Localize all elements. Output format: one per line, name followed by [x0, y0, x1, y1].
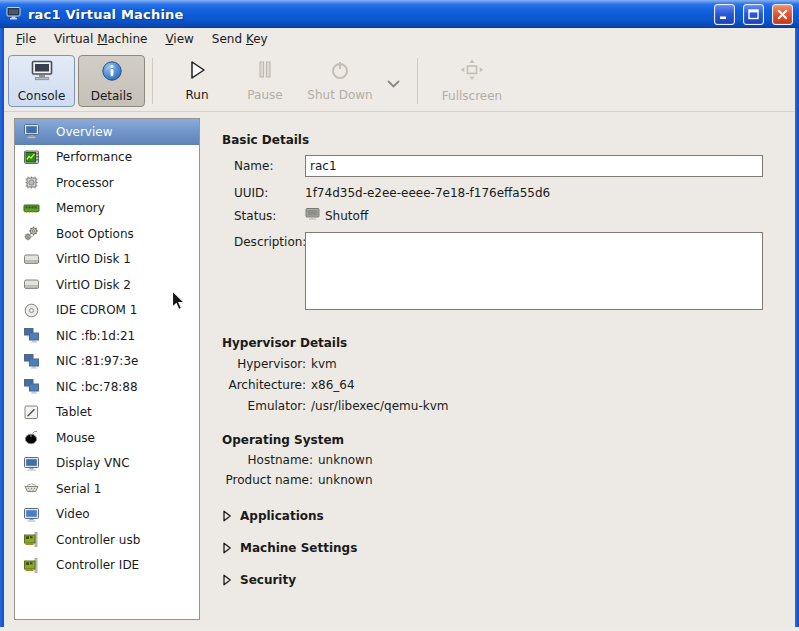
sidebar-item-overview[interactable]: Overview: [15, 119, 199, 145]
window-title: rac1 Virtual Machine: [28, 7, 706, 22]
nic-icon: [22, 353, 40, 370]
video-icon: [22, 506, 40, 523]
hypervisor-heading: Hypervisor Details: [222, 336, 795, 350]
security-expander[interactable]: Security: [222, 573, 795, 587]
fullscreen-icon: [459, 58, 485, 85]
minimize-icon: [718, 8, 731, 21]
hardware-list: Overview Performance Processor Memory Bo…: [14, 118, 200, 620]
toolbar: Console Details Run Pause Shut Down: [4, 50, 795, 112]
architecture-row: Architecture:x86_64: [222, 378, 795, 392]
display-icon: [22, 455, 40, 472]
shutdown-button[interactable]: Shut Down: [298, 53, 382, 109]
sidebar-item-processor[interactable]: Processor: [15, 170, 199, 196]
uuid-value: 1f74d35d-e2ee-eeee-7e18-f176effa55d6: [305, 186, 550, 200]
mouse-icon: [22, 429, 40, 446]
disk-icon: [22, 251, 40, 268]
sidebar-item-controller-usb[interactable]: Controller usb: [15, 527, 199, 553]
sidebar-item-video[interactable]: Video: [15, 502, 199, 528]
fullscreen-button[interactable]: Fullscreen: [429, 53, 515, 109]
expander-triangle-icon: [222, 542, 232, 554]
sidebar-item-virtio-disk-1[interactable]: VirtIO Disk 1: [15, 247, 199, 273]
menu-virtual-machine[interactable]: Virtual Machine: [45, 29, 156, 49]
processor-icon: [22, 174, 40, 191]
name-row: Name:: [234, 155, 795, 177]
sidebar-item-nic-bc-78-88[interactable]: NIC :bc:78:88: [15, 374, 199, 400]
pause-button[interactable]: Pause: [234, 53, 296, 109]
uuid-row: UUID: 1f74d35d-e2ee-eeee-7e18-f176effa55…: [234, 186, 795, 200]
product-name-value: unknown: [318, 473, 373, 487]
shutdown-menu-button[interactable]: [382, 77, 405, 92]
memory-icon: [22, 200, 40, 217]
sidebar-item-ide-cdrom-1[interactable]: IDE CDROM 1: [15, 298, 199, 324]
sidebar-item-boot-options[interactable]: Boot Options: [15, 221, 199, 247]
toolbar-separator: [152, 58, 153, 104]
menu-file[interactable]: File: [7, 29, 45, 49]
hostname-value: unknown: [318, 453, 373, 467]
maximize-icon: [747, 8, 760, 21]
name-input[interactable]: [305, 155, 763, 177]
toolbar-separator: [417, 58, 418, 104]
shutoff-monitor-icon: [305, 207, 320, 224]
details-panel: Basic Details Name: UUID: 1f74d35d-e2ee-…: [200, 113, 795, 627]
serial-icon: [22, 480, 40, 497]
status-label: Status:: [234, 209, 305, 223]
run-icon: [185, 59, 209, 84]
emulator-row: Emulator:/usr/libexec/qemu-kvm: [222, 399, 795, 413]
description-label: Description:: [234, 232, 305, 249]
titlebar[interactable]: rac1 Virtual Machine: [0, 0, 799, 28]
description-input[interactable]: [305, 232, 763, 310]
basic-details-heading: Basic Details: [222, 133, 795, 147]
close-icon: [776, 8, 789, 21]
pause-icon: [253, 59, 277, 84]
sidebar-item-mouse[interactable]: Mouse: [15, 425, 199, 451]
description-row: Description:: [234, 232, 795, 310]
menu-send-key[interactable]: Send Key: [203, 29, 277, 49]
performance-icon: [22, 149, 40, 166]
sidebar-item-performance[interactable]: Performance: [15, 145, 199, 171]
menu-view[interactable]: View: [156, 29, 202, 49]
emulator-value: /usr/libexec/qemu-kvm: [311, 399, 448, 413]
sidebar-item-nic-fb-1d-21[interactable]: NIC :fb:1d:21: [15, 323, 199, 349]
machine-settings-expander[interactable]: Machine Settings: [222, 541, 795, 555]
content-area: Overview Performance Processor Memory Bo…: [4, 113, 795, 627]
uuid-label: UUID:: [234, 186, 305, 200]
disk-icon: [22, 276, 40, 293]
hypervisor-value: kvm: [311, 357, 337, 371]
cdrom-icon: [22, 302, 40, 319]
hypervisor-row: Hypervisor:kvm: [222, 357, 795, 371]
product-name-row: Product name:unknown: [222, 473, 795, 487]
shutdown-icon: [328, 59, 352, 84]
sidebar-item-memory[interactable]: Memory: [15, 196, 199, 222]
sidebar-item-nic-81-97-3e[interactable]: NIC :81:97:3e: [15, 349, 199, 375]
minimize-button[interactable]: [714, 4, 735, 25]
status-row: Status: Shutoff: [234, 207, 795, 224]
name-label: Name:: [234, 159, 305, 173]
close-button[interactable]: [772, 4, 793, 25]
sidebar-item-controller-ide[interactable]: Controller IDE: [15, 553, 199, 579]
operating-system-heading: Operating System: [222, 433, 795, 447]
sidebar-item-virtio-disk-2[interactable]: VirtIO Disk 2: [15, 272, 199, 298]
maximize-button[interactable]: [743, 4, 764, 25]
applications-expander[interactable]: Applications: [222, 509, 795, 523]
status-value: Shutoff: [325, 209, 368, 223]
menubar: File Virtual Machine View Send Key: [4, 28, 795, 50]
console-button[interactable]: Console: [8, 55, 75, 107]
chevron-down-icon: [386, 79, 401, 89]
architecture-value: x86_64: [311, 378, 355, 392]
boot-options-icon: [22, 225, 40, 242]
sidebar-item-display-vnc[interactable]: Display VNC: [15, 451, 199, 477]
details-button[interactable]: Details: [78, 55, 145, 107]
info-icon: [100, 59, 124, 86]
nic-icon: [22, 327, 40, 344]
window-border: [795, 28, 799, 627]
virtual-machine-window: rac1 Virtual Machine File Virtual Machin…: [0, 0, 799, 631]
sidebar-item-serial-1[interactable]: Serial 1: [15, 476, 199, 502]
run-button[interactable]: Run: [168, 53, 226, 109]
nic-icon: [22, 378, 40, 395]
controller-icon: [22, 557, 40, 574]
expander-triangle-icon: [222, 510, 232, 522]
console-monitor-icon: [29, 59, 55, 86]
tablet-icon: [22, 404, 40, 421]
expander-triangle-icon: [222, 574, 232, 586]
sidebar-item-tablet[interactable]: Tablet: [15, 400, 199, 426]
